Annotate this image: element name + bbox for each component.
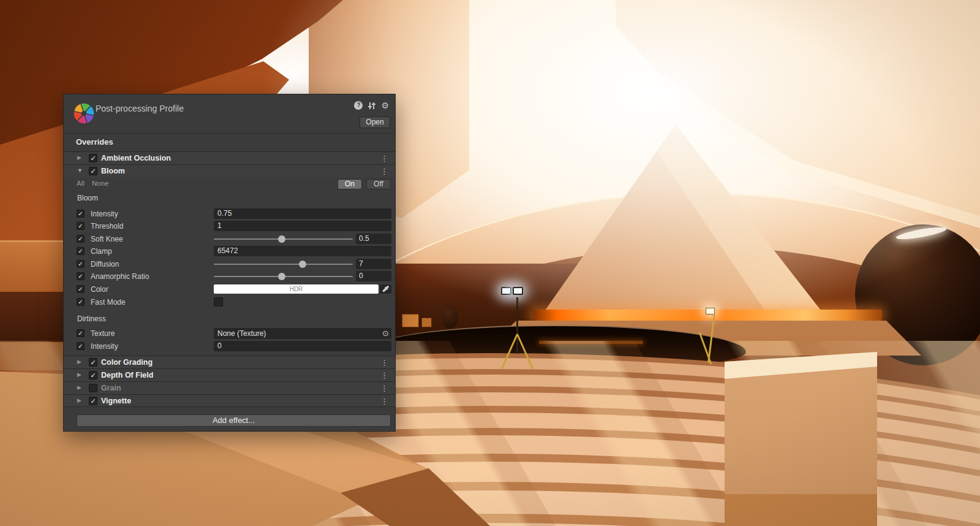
add-effect-button[interactable]: Add effect... xyxy=(77,414,391,427)
texture-value: None (Texture) xyxy=(217,329,266,338)
threshold-field[interactable]: 1 xyxy=(214,221,391,231)
effect-name: Ambient Occlusion xyxy=(101,154,171,162)
soft-knee-slider[interactable] xyxy=(214,238,353,240)
soft-knee-value[interactable]: 0.5 xyxy=(356,234,391,244)
effect-row-grain[interactable]: ▶ Grain ⋮ xyxy=(64,381,395,394)
slider-handle[interactable] xyxy=(299,261,306,268)
param-label: Color xyxy=(91,285,108,294)
foldout-arrow-icon[interactable]: ▶ xyxy=(77,397,81,403)
effect-name: Color Grading xyxy=(101,358,153,367)
context-menu-icon[interactable]: ⋮ xyxy=(380,384,388,393)
effect-enabled-checkbox[interactable]: ✓ xyxy=(89,397,97,405)
effect-row-bloom[interactable]: ▼ ✓ Bloom ⋮ xyxy=(64,164,395,177)
param-label: Anamorphic Ratio xyxy=(91,272,149,281)
override-checkbox[interactable]: ✓ xyxy=(77,260,85,268)
effect-name: Bloom xyxy=(101,167,125,175)
panel-title: Post-processing Profile xyxy=(96,104,184,113)
header-icons: ? ⚙ xyxy=(354,101,389,110)
param-label: Intensity xyxy=(91,210,118,218)
foldout-arrow-icon[interactable]: ▶ xyxy=(77,384,81,391)
param-row-intensity: ✓ Intensity 0.75 xyxy=(64,208,395,219)
param-label: Texture xyxy=(91,329,115,338)
param-row-fast-mode: ✓ Fast Mode xyxy=(64,297,395,307)
eyedropper-icon xyxy=(382,286,389,292)
param-row-dirt-intensity: ✓ Intensity 0 xyxy=(64,341,395,351)
param-label: Clamp xyxy=(91,247,112,256)
context-menu-icon[interactable]: ⋮ xyxy=(380,154,388,163)
diffusion-value[interactable]: 7 xyxy=(356,259,391,269)
param-row-threshold: ✓ Threshold 1 xyxy=(64,221,395,231)
bloom-section-label: Bloom xyxy=(77,194,98,202)
effect-row-vignette[interactable]: ▶ ✓ Vignette ⋮ xyxy=(64,394,395,407)
override-checkbox[interactable]: ✓ xyxy=(77,272,85,280)
effect-enabled-checkbox[interactable]: ✓ xyxy=(89,371,97,379)
param-label: Diffusion xyxy=(91,260,119,269)
screenshot-stage: Post-processing Profile ? ⚙ Open Overrid… xyxy=(0,0,980,526)
open-button[interactable]: Open xyxy=(360,116,390,128)
param-label: Intensity xyxy=(91,342,118,351)
effect-name: Grain xyxy=(101,384,121,392)
context-menu-icon[interactable]: ⋮ xyxy=(380,358,388,367)
none-toggle[interactable]: None xyxy=(92,180,109,187)
foldout-arrow-icon[interactable]: ▶ xyxy=(77,359,81,365)
context-menu-icon[interactable]: ⋮ xyxy=(380,397,388,406)
off-button[interactable]: Off xyxy=(366,179,391,189)
override-checkbox[interactable]: ✓ xyxy=(77,247,85,255)
param-row-texture: ✓ Texture None (Texture) ⊙ xyxy=(64,328,395,339)
foldout-arrow-icon[interactable]: ▶ xyxy=(77,154,81,161)
slider-handle[interactable] xyxy=(278,273,285,280)
all-toggle[interactable]: All xyxy=(77,180,85,187)
presets-icon[interactable] xyxy=(368,102,376,110)
effect-name: Vignette xyxy=(101,397,131,405)
diffusion-slider[interactable] xyxy=(214,264,353,265)
clamp-field[interactable]: 65472 xyxy=(214,246,391,256)
param-label: Fast Mode xyxy=(91,298,126,307)
object-picker-icon[interactable]: ⊙ xyxy=(382,328,389,339)
param-row-anamorphic-ratio: ✓ Anamorphic Ratio 0 xyxy=(64,271,395,281)
eyedropper-button[interactable] xyxy=(380,284,391,294)
fast-mode-checkbox[interactable] xyxy=(214,297,223,307)
override-checkbox[interactable]: ✓ xyxy=(77,210,85,218)
post-processing-profile-panel: Post-processing Profile ? ⚙ Open Overrid… xyxy=(64,94,395,431)
param-row-color: ✓ Color HDR xyxy=(64,284,395,294)
override-checkbox[interactable]: ✓ xyxy=(77,285,85,293)
effect-enabled-checkbox[interactable] xyxy=(89,384,97,392)
bloom-quick-toggles: All None On Off xyxy=(64,178,395,191)
effect-enabled-checkbox[interactable]: ✓ xyxy=(89,358,97,367)
aperture-logo-icon xyxy=(72,102,96,125)
intensity-field[interactable]: 0.75 xyxy=(214,208,391,219)
param-label: Threshold xyxy=(91,222,123,231)
on-button[interactable]: On xyxy=(337,179,362,189)
override-checkbox[interactable]: ✓ xyxy=(77,222,85,230)
param-row-diffusion: ✓ Diffusion 7 xyxy=(64,259,395,269)
effect-enabled-checkbox[interactable]: ✓ xyxy=(89,167,97,175)
effect-row-color-grading[interactable]: ▶ ✓ Color Grading ⋮ xyxy=(64,356,395,368)
override-checkbox[interactable]: ✓ xyxy=(77,329,85,337)
override-checkbox[interactable]: ✓ xyxy=(77,342,85,350)
override-checkbox[interactable]: ✓ xyxy=(77,235,85,243)
effect-row-depth-of-field[interactable]: ▶ ✓ Depth Of Field ⋮ xyxy=(64,368,395,381)
override-checkbox[interactable]: ✓ xyxy=(77,298,85,306)
panel-header: Post-processing Profile ? ⚙ Open xyxy=(64,94,395,134)
gear-icon[interactable]: ⚙ xyxy=(381,101,389,110)
context-menu-icon[interactable]: ⋮ xyxy=(380,167,388,176)
slider-handle[interactable] xyxy=(278,235,285,243)
param-label: Soft Knee xyxy=(91,235,123,243)
dirtiness-section-label: Dirtiness xyxy=(77,314,106,323)
foldout-arrow-icon[interactable]: ▼ xyxy=(77,167,83,173)
effect-name: Depth Of Field xyxy=(101,371,153,379)
help-icon[interactable]: ? xyxy=(354,101,363,110)
overrides-heading: Overrides xyxy=(76,137,113,147)
effect-enabled-checkbox[interactable]: ✓ xyxy=(89,154,97,162)
param-row-clamp: ✓ Clamp 65472 xyxy=(64,246,395,256)
dirt-intensity-field[interactable]: 0 xyxy=(214,341,391,351)
hdr-color-swatch[interactable]: HDR xyxy=(214,284,379,294)
effect-row-ambient-occlusion[interactable]: ▶ ✓ Ambient Occlusion ⋮ xyxy=(64,151,395,164)
anamorphic-ratio-value[interactable]: 0 xyxy=(356,271,391,281)
texture-object-field[interactable]: None (Texture) ⊙ xyxy=(214,328,391,339)
foldout-arrow-icon[interactable]: ▶ xyxy=(77,372,81,378)
param-row-soft-knee: ✓ Soft Knee 0.5 xyxy=(64,234,395,244)
context-menu-icon[interactable]: ⋮ xyxy=(380,371,388,380)
anamorphic-ratio-slider[interactable] xyxy=(214,276,353,277)
